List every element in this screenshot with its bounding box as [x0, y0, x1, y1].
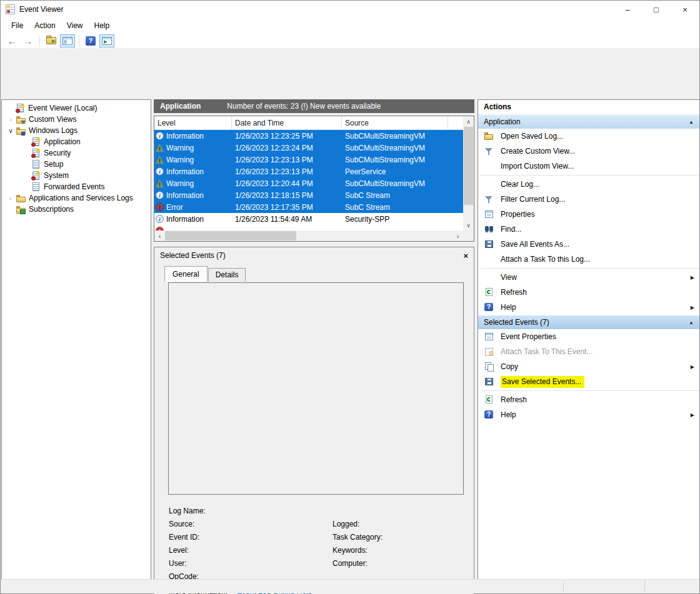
horizontal-scrollbar-thumb[interactable]	[165, 231, 296, 240]
action-filter-current-log[interactable]: Filter Current Log...	[478, 192, 699, 207]
help-button[interactable]: ?	[83, 34, 98, 47]
tab-general[interactable]: General	[164, 266, 208, 282]
event-fields: Log Name: Source: Logged: Event ID: Task…	[169, 504, 464, 583]
datetime-cell: 1/26/2023 12:23:25 PM	[232, 130, 342, 142]
action-refresh[interactable]: Refresh	[478, 285, 699, 300]
action-label: Copy	[501, 362, 518, 371]
forward-button[interactable]: →	[21, 34, 36, 47]
action-pane-toggle-button[interactable]	[99, 34, 114, 47]
action-help-selected[interactable]: Help ▶	[478, 407, 699, 422]
level-text: Warning	[166, 144, 194, 152]
action-label: Open Saved Log...	[501, 132, 563, 141]
event-row[interactable]: Warning 1/26/2023 12:23:13 PM SubCMultiS…	[154, 154, 463, 166]
scroll-down-icon[interactable]: ∨	[463, 220, 474, 230]
export-folder-button[interactable]	[44, 34, 59, 47]
tree-item-icon	[16, 115, 26, 124]
event-row[interactable]: Error 1/26/2023 12:17:35 PM SubC Stream	[154, 201, 463, 213]
event-list-header: Level Date and Time Source	[154, 116, 463, 130]
source-cell: SubCMultiStreamingVM	[342, 142, 448, 154]
tree-expander-icon[interactable]: ∨	[6, 127, 16, 135]
tree-item-forwarded-events[interactable]: Forwarded Events	[2, 181, 151, 192]
action-import-custom-view[interactable]: Import Custom View...	[478, 159, 699, 174]
column-header[interactable]: Level	[154, 116, 232, 129]
event-description-box	[168, 282, 464, 495]
tree-item-icon	[31, 171, 41, 181]
action-help[interactable]: Help ▶	[478, 300, 699, 315]
action-label: Filter Current Log...	[501, 195, 565, 204]
action-separator[interactable]	[481, 268, 699, 269]
filler-cell	[448, 142, 463, 154]
action-event-properties[interactable]: Event Properties	[478, 329, 699, 344]
menu-file[interactable]: File	[6, 19, 29, 32]
tree-item-label: Subscriptions	[29, 205, 74, 214]
action-create-custom-view[interactable]: Create Custom View...	[478, 144, 699, 159]
maximize-button[interactable]: □	[642, 1, 671, 18]
action-open-saved-log[interactable]: Open Saved Log...	[478, 129, 699, 144]
tab-details[interactable]: Details	[208, 268, 246, 282]
menu-view[interactable]: View	[61, 19, 89, 32]
event-row[interactable]: Warning 1/26/2023 12:20:44 PM SubCMultiS…	[154, 177, 463, 189]
tree-item-application[interactable]: Application	[2, 136, 151, 147]
action-refresh-selected[interactable]: Refresh	[478, 392, 699, 407]
tree-item-core: Subscriptions	[16, 204, 76, 215]
event-row[interactable]: Information 1/26/2023 12:23:13 PM PeerSe…	[154, 166, 463, 177]
action-copy[interactable]: Copy ▶	[478, 359, 699, 374]
action-clear-log[interactable]: Clear Log...	[478, 177, 699, 192]
field-row: Source: Logged:	[169, 517, 464, 530]
action-icon	[484, 377, 495, 387]
action-view[interactable]: View ▶	[478, 270, 699, 285]
tree-item-subscriptions[interactable]: Subscriptions	[2, 204, 151, 215]
action-save-selected-events[interactable]: Save Selected Events...	[478, 374, 699, 389]
menu-bar: File Action View Help	[1, 18, 699, 33]
action-icon	[484, 161, 495, 171]
event-row[interactable]: Warning 1/26/2023 12:23:24 PM SubCMultiS…	[154, 142, 463, 154]
menu-help[interactable]: Help	[89, 19, 116, 32]
tree-item-applications-and-services-logs[interactable]: › Applications and Services Logs	[2, 192, 151, 204]
icon-overlay	[20, 209, 26, 214]
action-properties[interactable]: Properties	[478, 207, 699, 222]
menu-action[interactable]: Action	[29, 19, 61, 32]
console-tree-toggle-button[interactable]	[60, 34, 75, 47]
scroll-up-icon[interactable]: ∧	[463, 116, 474, 127]
tree-item-custom-views[interactable]: › Custom Views	[2, 114, 151, 125]
vertical-scrollbar-thumb[interactable]	[464, 127, 473, 205]
tree-expander-icon[interactable]: ›	[6, 116, 16, 123]
actions-section-application[interactable]: Application ▲	[478, 114, 699, 129]
tree-expander-icon[interactable]: ›	[6, 194, 16, 202]
event-row[interactable]: Information 1/26/2023 12:18:15 PM SubC S…	[154, 189, 463, 201]
minimize-button[interactable]: –	[613, 1, 642, 18]
action-find[interactable]: Find...	[478, 222, 699, 237]
action-label: Create Custom View...	[501, 147, 575, 156]
forward-icon: →	[24, 36, 33, 46]
event-row[interactable]: Information 1/26/2023 11:54:49 AM Securi…	[154, 213, 463, 225]
close-preview-icon[interactable]: ×	[463, 251, 468, 260]
action-attach-task-to-event[interactable]: Attach Task To This Event...	[478, 344, 699, 359]
vertical-scrollbar[interactable]: ∧ ∨	[463, 116, 474, 230]
column-header[interactable]: Source	[342, 116, 448, 129]
event-row[interactable]: Information 1/26/2023 12:23:25 PM SubCMu…	[154, 130, 463, 142]
horizontal-scrollbar[interactable]: ‹ ›	[154, 230, 463, 241]
action-save-all-events-as[interactable]: Save All Events As...	[478, 237, 699, 252]
tree-item-setup[interactable]: Setup	[2, 159, 151, 170]
back-button[interactable]: ←	[4, 34, 19, 47]
level-text: Information	[166, 191, 204, 200]
collapse-section-icon[interactable]: ▲	[689, 320, 694, 325]
tree-item-system[interactable]: System	[2, 170, 151, 181]
collapse-section-icon[interactable]: ▲	[689, 119, 694, 125]
tree-item-security[interactable]: Security	[2, 147, 151, 159]
level-icon	[156, 167, 164, 176]
tree-item-label: Application	[44, 137, 81, 146]
action-separator[interactable]	[481, 390, 699, 391]
action-icon	[484, 131, 495, 141]
actions-section-selected-events[interactable]: Selected Events (7) ▲	[478, 315, 699, 329]
scroll-left-icon[interactable]: ‹	[154, 230, 165, 241]
tree-item-windows-logs[interactable]: ∨ Windows Logs	[2, 125, 151, 136]
action-separator[interactable]	[481, 175, 699, 176]
action-label: View	[501, 273, 517, 282]
filler-cell	[448, 177, 463, 189]
column-header[interactable]: Date and Time	[232, 116, 342, 129]
scroll-right-icon[interactable]: ›	[452, 230, 463, 241]
action-attach-task-to-log[interactable]: Attach a Task To this Log...	[478, 252, 699, 267]
close-button[interactable]: ×	[671, 1, 699, 18]
tree-item-event-viewer-local[interactable]: Event Viewer (Local)	[2, 102, 151, 114]
